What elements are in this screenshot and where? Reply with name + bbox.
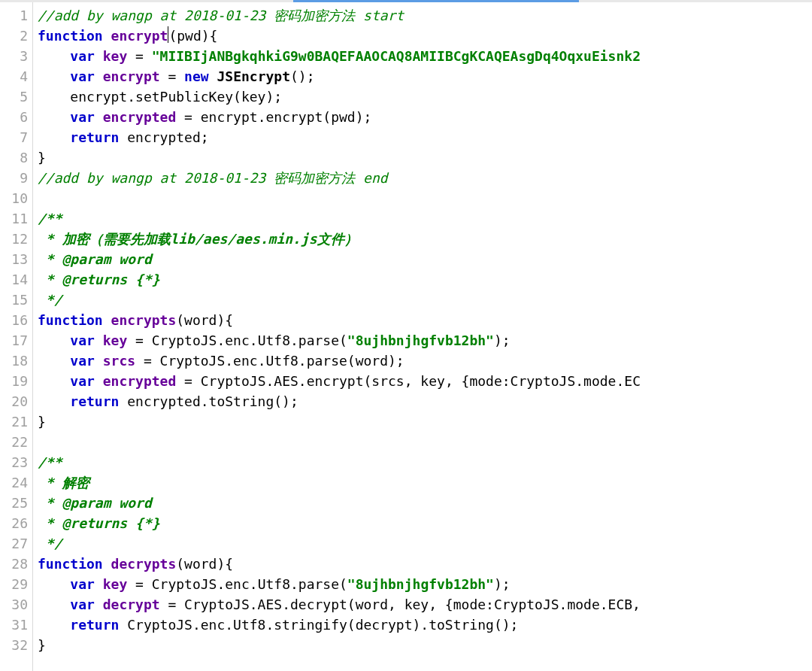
- code-line[interactable]: var key = CryptoJS.enc.Utf8.parse("8ujhb…: [38, 574, 812, 594]
- code-token: [38, 576, 70, 592]
- code-token: [38, 48, 70, 64]
- line-number: 21: [0, 411, 28, 432]
- code-token: encrypted: [103, 109, 177, 125]
- code-line[interactable]: var srcs = CryptoJS.enc.Utf8.parse(word)…: [38, 351, 812, 371]
- code-line[interactable]: /**: [38, 452, 812, 472]
- code-line[interactable]: */: [38, 533, 812, 554]
- code-token: }: [38, 414, 46, 430]
- code-line[interactable]: * @returns {*}: [38, 513, 812, 533]
- line-number: 12: [0, 229, 28, 249]
- code-token: */: [38, 292, 62, 308]
- code-token: return: [70, 393, 127, 409]
- code-token: [38, 617, 70, 633]
- code-token: var: [70, 353, 102, 369]
- code-line[interactable]: var key = "MIIBIjANBgkqhkiG9w0BAQEFAAOCA…: [38, 46, 812, 66]
- code-token: [38, 109, 70, 125]
- code-line[interactable]: var encrypted = CryptoJS.AES.encrypt(src…: [38, 371, 812, 391]
- code-token: [38, 353, 70, 369]
- code-area[interactable]: //add by wangp at 2018-01-23 密码加密方法 star…: [33, 2, 812, 671]
- code-token: ){: [217, 312, 233, 328]
- code-line[interactable]: var encrypt = new JSEncrypt();: [38, 66, 812, 87]
- code-line[interactable]: [38, 188, 812, 208]
- code-token: encrypted;: [127, 129, 208, 145]
- code-token: =: [160, 68, 185, 84]
- code-line[interactable]: return encrypted.toString();: [38, 391, 812, 411]
- code-token: var: [70, 109, 102, 125]
- code-line[interactable]: function encrypt(pwd){: [38, 26, 812, 46]
- code-line[interactable]: encrypt.setPublicKey(key);: [38, 87, 812, 107]
- code-line[interactable]: return encrypted;: [38, 127, 812, 147]
- code-line[interactable]: //add by wangp at 2018-01-23 密码加密方法 star…: [38, 5, 812, 26]
- line-number: 6: [0, 107, 28, 127]
- code-token: (: [168, 28, 177, 44]
- line-number: 23: [0, 452, 28, 472]
- code-token: );: [494, 332, 511, 348]
- code-token: function: [38, 28, 111, 44]
- code-line[interactable]: * @returns {*}: [38, 269, 812, 290]
- code-line[interactable]: var encrypted = encrypt.encrypt(pwd);: [38, 107, 812, 127]
- line-number: 26: [0, 513, 28, 533]
- code-token: "8ujhbnjhgfvb12bh": [347, 332, 494, 348]
- code-token: var: [70, 597, 102, 612]
- code-token: ();: [290, 68, 315, 84]
- code-token: CryptoJS.enc.Utf8.stringify(decrypt).toS…: [127, 617, 518, 633]
- code-line[interactable]: function decrypts(word){: [38, 554, 812, 574]
- code-token: return: [70, 617, 127, 633]
- code-line[interactable]: //add by wangp at 2018-01-23 密码加密方法 end: [38, 168, 812, 188]
- line-number: 29: [0, 574, 28, 594]
- line-number: 30: [0, 594, 28, 615]
- code-token: = CryptoJS.enc.Utf8.parse(word);: [135, 353, 404, 369]
- code-line[interactable]: [38, 432, 812, 452]
- code-line[interactable]: }: [38, 411, 812, 432]
- line-number: 5: [0, 87, 28, 107]
- code-token: encrypted: [103, 373, 177, 389]
- code-line[interactable]: }: [38, 635, 812, 655]
- line-number: 31: [0, 615, 28, 635]
- code-token: key: [103, 48, 128, 64]
- code-token: encrypt: [111, 28, 168, 44]
- code-line[interactable]: var decrypt = CryptoJS.AES.decrypt(word,…: [38, 594, 812, 615]
- line-number-gutter: 1234567891011121314151617181920212223242…: [0, 2, 33, 671]
- code-token: encrypted.toString();: [127, 393, 298, 409]
- code-token: = CryptoJS.enc.Utf8.parse(: [127, 332, 347, 348]
- code-token: var: [70, 332, 102, 348]
- code-line[interactable]: function encrypts(word){: [38, 310, 812, 330]
- code-token: * 加密（需要先加载lib/aes/aes.min.js文件）: [38, 231, 358, 247]
- line-number: 3: [0, 46, 28, 66]
- code-token: var: [70, 48, 102, 64]
- code-token: * @returns {*}: [38, 515, 160, 531]
- code-line[interactable]: }: [38, 147, 812, 168]
- code-token: * @param word: [38, 495, 152, 511]
- code-token: word: [184, 312, 217, 328]
- code-line[interactable]: var key = CryptoJS.enc.Utf8.parse("8ujhb…: [38, 330, 812, 351]
- line-number: 19: [0, 371, 28, 391]
- line-number: 20: [0, 391, 28, 411]
- code-token: "8ujhbnjhgfvb12bh": [347, 576, 494, 592]
- code-line[interactable]: */: [38, 290, 812, 310]
- code-token: key: [103, 332, 128, 348]
- code-line[interactable]: return CryptoJS.enc.Utf8.stringify(decry…: [38, 615, 812, 635]
- code-token: [38, 68, 70, 84]
- line-number: 28: [0, 554, 28, 574]
- line-number: 22: [0, 432, 28, 452]
- code-line[interactable]: * 加密（需要先加载lib/aes/aes.min.js文件）: [38, 229, 812, 249]
- code-editor[interactable]: 1234567891011121314151617181920212223242…: [0, 0, 812, 671]
- code-line[interactable]: * 解密: [38, 472, 812, 493]
- line-number: 9: [0, 168, 28, 188]
- line-number: 1: [0, 5, 28, 26]
- code-token: [38, 332, 70, 348]
- line-number: 11: [0, 208, 28, 229]
- code-token: key: [103, 576, 128, 592]
- code-token: = CryptoJS.AES.decrypt(word, key, {mode:…: [160, 597, 641, 612]
- code-token: [38, 129, 70, 145]
- code-line[interactable]: /**: [38, 208, 812, 229]
- line-number: 24: [0, 472, 28, 493]
- code-token: );: [494, 576, 511, 592]
- code-line[interactable]: * @param word: [38, 249, 812, 269]
- line-number: 16: [0, 310, 28, 330]
- code-line[interactable]: * @param word: [38, 493, 812, 513]
- line-number: 15: [0, 290, 28, 310]
- code-token: (: [176, 556, 184, 572]
- line-number: 2: [0, 26, 28, 46]
- code-token: pwd: [177, 28, 201, 44]
